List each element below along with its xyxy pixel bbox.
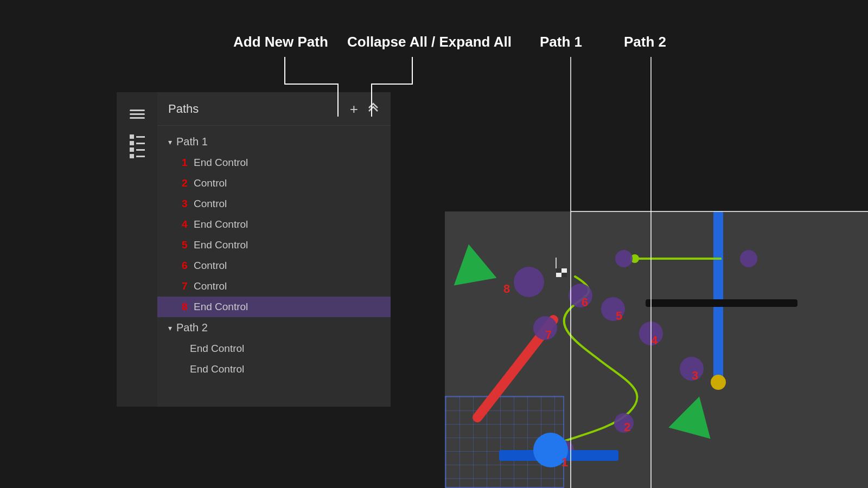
paths-list: ▾ Path 1 1 End Control 2 Control 3 Contr… bbox=[157, 126, 391, 385]
path1-label-6: Control bbox=[194, 260, 227, 272]
path2-item-1[interactable]: End Control bbox=[157, 338, 391, 359]
path1-label-1: End Control bbox=[194, 157, 248, 169]
svg-point-4 bbox=[514, 267, 544, 297]
add-new-path-label: Add New Path bbox=[233, 34, 328, 50]
svg-point-6 bbox=[569, 284, 592, 307]
path1-num-7: 7 bbox=[182, 280, 192, 292]
path1-item-4[interactable]: 4 End Control bbox=[157, 214, 391, 235]
path1-item-8[interactable]: 8 End Control bbox=[157, 297, 391, 317]
svg-text:2: 2 bbox=[624, 420, 630, 434]
path1-item-1[interactable]: 1 End Control bbox=[157, 152, 391, 173]
paths-title: Paths bbox=[168, 102, 341, 116]
path2-name: Path 2 bbox=[176, 322, 208, 334]
path1-group-header[interactable]: ▾ Path 1 bbox=[157, 131, 391, 152]
path1-num-4: 4 bbox=[182, 219, 192, 230]
path2-annotation-label: Path 2 bbox=[624, 34, 666, 50]
svg-point-23 bbox=[740, 250, 757, 267]
list-view-icon[interactable] bbox=[126, 136, 148, 157]
svg-rect-16 bbox=[561, 273, 567, 277]
svg-rect-24 bbox=[646, 299, 797, 307]
hamburger-menu-icon[interactable] bbox=[126, 103, 148, 125]
path1-label-8: End Control bbox=[194, 301, 248, 313]
path1-label-7: Control bbox=[194, 280, 227, 292]
add-path-button[interactable]: + bbox=[348, 102, 360, 116]
path1-num-5: 5 bbox=[182, 239, 192, 251]
svg-point-22 bbox=[615, 250, 633, 267]
path1-label-5: End Control bbox=[194, 239, 248, 251]
path1-chevron: ▾ bbox=[168, 138, 172, 146]
path2-label-1: End Control bbox=[190, 343, 244, 355]
path1-item-5[interactable]: 5 End Control bbox=[157, 235, 391, 255]
svg-text:8: 8 bbox=[503, 282, 510, 296]
svg-text:3: 3 bbox=[692, 369, 698, 382]
path1-item-3[interactable]: 3 Control bbox=[157, 194, 391, 214]
path1-num-2: 2 bbox=[182, 177, 192, 189]
path1-label-2: Control bbox=[194, 177, 227, 189]
path1-annotation-label: Path 1 bbox=[540, 34, 582, 50]
path1-num-8: 8 bbox=[182, 301, 192, 313]
svg-rect-15 bbox=[556, 268, 561, 273]
svg-text:1: 1 bbox=[561, 455, 568, 469]
svg-marker-13 bbox=[668, 391, 720, 439]
canvas-inner[interactable]: 1 2 3 4 5 6 7 8 bbox=[445, 211, 868, 488]
svg-rect-18 bbox=[713, 211, 723, 380]
collapse-all-button[interactable] bbox=[367, 101, 380, 117]
path2-chevron: ▾ bbox=[168, 324, 172, 332]
path2-group-header[interactable]: ▾ Path 2 bbox=[157, 317, 391, 338]
canvas-svg: 1 2 3 4 5 6 7 8 bbox=[445, 211, 868, 488]
svg-text:5: 5 bbox=[616, 309, 622, 323]
path1-item-7[interactable]: 7 Control bbox=[157, 276, 391, 297]
svg-text:4: 4 bbox=[651, 333, 658, 347]
path1-num-1: 1 bbox=[182, 157, 192, 169]
svg-marker-12 bbox=[448, 241, 497, 286]
paths-panel: Paths + ▾ Path 1 1 End Control 2 Control… bbox=[157, 92, 391, 407]
path1-name: Path 1 bbox=[176, 136, 208, 148]
path2-label-2: End Control bbox=[190, 363, 244, 375]
path1-label-4: End Control bbox=[194, 219, 248, 230]
collapse-expand-label: Collapse All / Expand All bbox=[347, 34, 512, 50]
path2-item-2[interactable]: End Control bbox=[157, 359, 391, 380]
svg-text:7: 7 bbox=[545, 328, 552, 342]
svg-text:6: 6 bbox=[582, 296, 588, 309]
svg-point-19 bbox=[711, 375, 726, 390]
path1-num-3: 3 bbox=[182, 198, 192, 210]
sidebar bbox=[117, 92, 157, 407]
path1-item-6[interactable]: 6 Control bbox=[157, 255, 391, 276]
canvas-area: 1 2 3 4 5 6 7 8 bbox=[445, 211, 868, 488]
path1-item-2[interactable]: 2 Control bbox=[157, 173, 391, 194]
path1-num-6: 6 bbox=[182, 260, 192, 272]
path1-label-3: Control bbox=[194, 198, 227, 210]
paths-header: Paths + bbox=[157, 92, 391, 126]
